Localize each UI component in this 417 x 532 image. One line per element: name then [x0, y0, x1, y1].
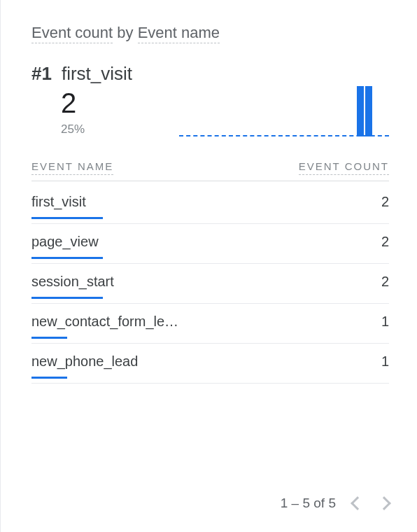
row-event-count: 2: [381, 194, 389, 210]
row-bar: [31, 217, 103, 219]
table-row[interactable]: first_visit2: [31, 184, 389, 224]
table-row[interactable]: page_view2: [31, 224, 389, 264]
row-event-count: 2: [381, 234, 389, 250]
table-body: first_visit2page_view2session_start2new_…: [31, 184, 389, 384]
sparkline-bar: [357, 86, 364, 136]
row-event-count: 1: [381, 314, 389, 330]
row-bar: [31, 297, 103, 299]
row-bar: [31, 337, 67, 339]
hero-value: 2: [61, 89, 179, 117]
sparkline-chart: [179, 80, 389, 136]
chevron-right-icon[interactable]: [377, 496, 391, 510]
table-row[interactable]: new_phone_lead1: [31, 344, 389, 384]
row-bar: [31, 257, 103, 259]
hero-left: #1 first_visit 2 25%: [31, 63, 179, 136]
chevron-left-icon[interactable]: [351, 496, 365, 510]
hero-section: #1 first_visit 2 25%: [31, 63, 389, 136]
col-header-event-name[interactable]: EVENT NAME: [31, 160, 113, 175]
row-event-count: 2: [381, 274, 389, 290]
row-event-name: new_phone_lead: [31, 354, 138, 370]
row-event-name: new_contact_form_le…: [31, 314, 178, 330]
table-row[interactable]: new_contact_form_le…1: [31, 304, 389, 344]
hero-event-name: first_visit: [62, 63, 132, 85]
row-event-count: 1: [381, 354, 389, 370]
hero-rank-row: #1 first_visit: [31, 63, 179, 85]
col-header-event-count[interactable]: EVENT COUNT: [299, 160, 389, 175]
row-event-name: first_visit: [31, 194, 86, 210]
row-event-name: page_view: [31, 234, 99, 250]
pager: 1 – 5 of 5: [281, 496, 389, 511]
hero-percent: 25%: [61, 122, 179, 136]
row-bar: [31, 377, 67, 379]
table-header: EVENT NAME EVENT COUNT: [31, 160, 389, 181]
title-by: by: [113, 24, 137, 41]
event-count-card: Event count by Event name #1 first_visit…: [0, 0, 417, 532]
row-event-name: session_start: [31, 274, 114, 290]
card-title: Event count by Event name: [31, 24, 389, 42]
metric-name[interactable]: Event count: [31, 24, 113, 43]
sparkline-bar: [365, 86, 372, 136]
hero-rank: #1: [31, 63, 52, 85]
pager-range: 1 – 5 of 5: [281, 496, 336, 511]
dimension-name[interactable]: Event name: [138, 24, 220, 43]
table-row[interactable]: session_start2: [31, 264, 389, 304]
